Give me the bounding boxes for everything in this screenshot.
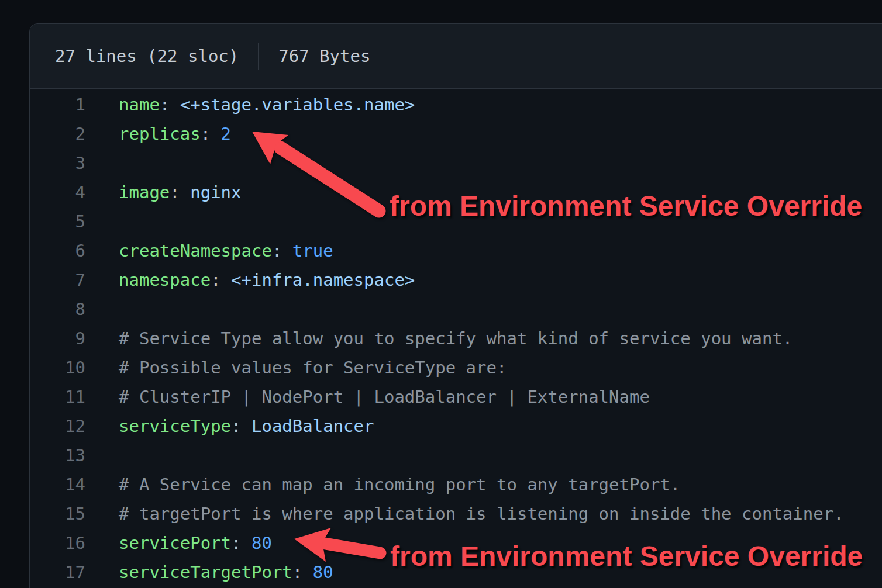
code-token: # Service Type allow you to specify what…	[119, 328, 793, 348]
code-area: 1name: <+stage.variables.name>2replicas:…	[30, 89, 882, 587]
code-text: serviceTargetPort: 80	[119, 558, 333, 587]
code-line: 9# Service Type allow you to specify wha…	[30, 324, 882, 353]
code-token: # ClusterIP | NodePort | LoadBalancer | …	[119, 387, 650, 407]
line-number[interactable]: 4	[30, 178, 85, 207]
line-number[interactable]: 17	[30, 558, 85, 587]
file-blob-panel: 27 lines (22 sloc) 767 Bytes 1name: <+st…	[29, 23, 882, 588]
code-token: serviceType	[119, 416, 231, 436]
code-token: :	[231, 416, 251, 436]
code-token: :	[170, 182, 190, 202]
code-line: 1name: <+stage.variables.name>	[30, 90, 882, 119]
line-number[interactable]: 14	[30, 470, 85, 499]
code-text: servicePort: 80	[119, 528, 272, 558]
code-token: :	[160, 95, 180, 115]
code-token: 80	[313, 562, 333, 582]
code-text: createNamespace: true	[119, 236, 333, 265]
line-number[interactable]: 2	[30, 119, 85, 148]
code-text: namespace: <+infra.namespace>	[119, 265, 415, 295]
code-token: <+stage.variables.name>	[180, 95, 415, 115]
code-token: :	[292, 562, 313, 582]
code-text: replicas: 2	[119, 119, 231, 148]
code-line: 3	[30, 148, 882, 178]
code-line: 11# ClusterIP | NodePort | LoadBalancer …	[30, 382, 882, 411]
code-text: image: nginx	[119, 178, 242, 207]
code-line: 7namespace: <+infra.namespace>	[30, 265, 882, 295]
code-text: # ClusterIP | NodePort | LoadBalancer | …	[119, 382, 650, 411]
code-text: name: <+stage.variables.name>	[119, 90, 415, 119]
code-token: servicePort	[119, 533, 231, 553]
code-token: :	[201, 124, 221, 144]
code-token: replicas	[119, 124, 201, 144]
code-line: 8	[30, 295, 882, 324]
code-token: namespace	[119, 270, 211, 290]
line-number[interactable]: 1	[30, 90, 85, 119]
line-number[interactable]: 9	[30, 324, 85, 353]
line-number[interactable]: 12	[30, 411, 85, 441]
header-divider	[258, 43, 259, 70]
code-token: 80	[251, 533, 272, 553]
code-token: # A Service can map an incoming port to …	[119, 475, 680, 494]
code-token: nginx	[190, 182, 241, 202]
line-number[interactable]: 13	[30, 441, 85, 470]
annotation-label-environment-service-override-bottom: from Environment Service Override	[390, 540, 863, 572]
code-token: createNamespace	[119, 241, 272, 261]
line-number[interactable]: 5	[30, 207, 85, 236]
code-text: serviceType: LoadBalancer	[119, 411, 374, 441]
code-token: # Possible values for ServiceType are:	[119, 358, 507, 378]
code-text: # Possible values for ServiceType are:	[119, 353, 507, 382]
code-text: # Service Type allow you to specify what…	[119, 324, 793, 353]
line-number[interactable]: 10	[30, 353, 85, 382]
code-text: # targetPort is where application is lis…	[119, 499, 844, 528]
code-token: :	[211, 270, 231, 290]
code-token: name	[119, 95, 160, 115]
file-header-bar: 27 lines (22 sloc) 767 Bytes	[30, 24, 882, 89]
code-line: 15# targetPort is where application is l…	[30, 499, 882, 528]
code-line: 10# Possible values for ServiceType are:	[30, 353, 882, 382]
code-line: 6createNamespace: true	[30, 236, 882, 265]
code-line: 12serviceType: LoadBalancer	[30, 411, 882, 441]
code-token: image	[119, 182, 170, 202]
code-token: true	[292, 241, 333, 261]
file-lines-info: 27 lines (22 sloc)	[55, 46, 239, 66]
code-line: 13	[30, 441, 882, 470]
code-line: 2replicas: 2	[30, 119, 882, 148]
code-token: serviceTargetPort	[119, 562, 292, 582]
code-text: # A Service can map an incoming port to …	[119, 470, 680, 499]
code-token: :	[231, 533, 251, 553]
code-token: LoadBalancer	[251, 416, 374, 436]
code-token: # targetPort is where application is lis…	[119, 504, 844, 524]
line-number[interactable]: 8	[30, 295, 85, 324]
line-number[interactable]: 6	[30, 236, 85, 265]
line-number[interactable]: 11	[30, 382, 85, 411]
code-token: 2	[221, 124, 231, 144]
annotation-label-environment-service-override-top: from Environment Service Override	[390, 190, 862, 222]
line-number[interactable]: 7	[30, 265, 85, 295]
line-number[interactable]: 3	[30, 148, 85, 178]
code-line: 14# A Service can map an incoming port t…	[30, 470, 882, 499]
line-number[interactable]: 16	[30, 528, 85, 558]
line-number[interactable]: 15	[30, 499, 85, 528]
file-size-info: 767 Bytes	[278, 46, 370, 66]
code-token: <+infra.namespace>	[231, 270, 415, 290]
code-token: :	[272, 241, 292, 261]
